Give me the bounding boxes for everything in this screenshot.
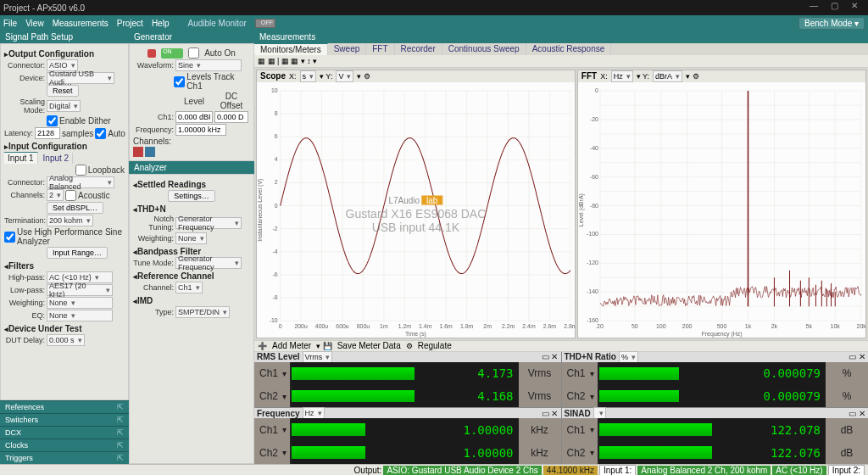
input2-tab[interactable]: Input 2 bbox=[40, 153, 74, 164]
ana-weight-select[interactable]: None bbox=[175, 232, 207, 244]
notch-select[interactable]: Generator Frequency bbox=[175, 217, 242, 229]
svg-text:Level (dBrA): Level (dBrA) bbox=[578, 193, 585, 226]
meter-ch-label: Ch1▾ bbox=[562, 418, 599, 441]
meter-unit-select[interactable]: Hz bbox=[303, 407, 325, 419]
acoustic-check[interactable] bbox=[65, 190, 76, 201]
svg-text:4: 4 bbox=[275, 156, 278, 162]
tab-recorder[interactable]: Recorder bbox=[395, 43, 442, 55]
svg-text:0: 0 bbox=[275, 202, 278, 208]
meter-unit: Vrms bbox=[519, 385, 561, 408]
ref-select[interactable]: Ch1 bbox=[175, 282, 203, 293]
meter-unit-select[interactable]: Vrms bbox=[303, 351, 333, 363]
meter-value: 1.00000 bbox=[426, 441, 519, 464]
menu-project[interactable]: Project bbox=[117, 19, 143, 28]
ch-icon[interactable] bbox=[133, 147, 143, 157]
acc-clocks[interactable]: Clocks bbox=[0, 439, 129, 451]
fft-yunit[interactable]: dBrA bbox=[653, 70, 682, 82]
ch1-level[interactable] bbox=[175, 111, 213, 123]
accordion: References Switchers DCX Clocks Triggers bbox=[0, 400, 129, 464]
meter-value: 1.00000 bbox=[426, 418, 519, 441]
acc-dcx[interactable]: DCX bbox=[0, 426, 129, 439]
termination-select[interactable]: 200 kohm bbox=[47, 215, 93, 226]
save-meter-button[interactable]: Save Meter Data bbox=[337, 341, 401, 350]
svg-text:Instantaneous Level (V): Instantaneous Level (V) bbox=[257, 178, 264, 241]
scope-xunit[interactable]: s bbox=[300, 70, 317, 82]
svg-text:-20: -20 bbox=[590, 116, 598, 122]
generator-header: Generator bbox=[129, 31, 254, 43]
svg-text:100: 100 bbox=[656, 323, 666, 329]
imd-select[interactable]: SMPTE/DIN bbox=[175, 306, 230, 318]
latency-input[interactable] bbox=[35, 127, 60, 139]
meter-ch-label: Ch2▾ bbox=[254, 441, 292, 464]
svg-text:-4: -4 bbox=[273, 248, 278, 254]
svg-text:Frequency (Hz): Frequency (Hz) bbox=[701, 331, 742, 338]
set-dbspl-button[interactable]: Set dBSPL… bbox=[47, 202, 103, 214]
menu-measurements[interactable]: Measurements bbox=[53, 19, 108, 28]
menu-help[interactable]: Help bbox=[152, 19, 170, 28]
regulate-button[interactable]: Regulate bbox=[418, 341, 452, 350]
tab-sweep[interactable]: Sweep bbox=[328, 43, 367, 55]
input1-tab[interactable]: Input 1 bbox=[4, 152, 38, 164]
svg-text:0: 0 bbox=[595, 87, 598, 93]
svg-text:-140: -140 bbox=[587, 288, 598, 294]
audible-toggle[interactable]: OFF bbox=[255, 19, 275, 28]
svg-text:-100: -100 bbox=[587, 231, 598, 237]
track-check[interactable] bbox=[174, 76, 185, 87]
dither-checkbox[interactable] bbox=[47, 115, 58, 126]
add-meter-button[interactable]: Add Meter bbox=[272, 341, 311, 350]
scope-yunit[interactable]: V bbox=[336, 70, 353, 82]
svg-text:400u: 400u bbox=[315, 323, 328, 329]
meter-thd-n-ratio: THD+N Ratio % ▭ ✕Ch1▾0.000079%Ch2▾0.0000… bbox=[562, 352, 869, 408]
tab-contsweep[interactable]: Continuous Sweep bbox=[442, 43, 526, 55]
lowpass-select[interactable]: AES17 (20 kHz) bbox=[47, 284, 113, 296]
tab-acoustic[interactable]: Acoustic Response bbox=[526, 43, 612, 55]
close-icon[interactable]: ✕ bbox=[844, 1, 865, 14]
svg-text:2: 2 bbox=[275, 179, 278, 185]
waveform-select[interactable]: Sine bbox=[175, 59, 242, 71]
settings-button[interactable]: Settings… bbox=[168, 190, 215, 202]
gen-toggle[interactable] bbox=[161, 48, 183, 59]
eq-select[interactable]: None bbox=[47, 310, 113, 321]
device-select[interactable]: Gustard USB Audi… bbox=[47, 72, 114, 84]
max-icon[interactable]: ▢ bbox=[824, 1, 844, 14]
min-icon[interactable]: — bbox=[804, 1, 824, 14]
meter-ch-label: Ch1▾ bbox=[254, 362, 292, 385]
svg-text:2.8m: 2.8m bbox=[564, 323, 575, 329]
dut-header[interactable]: ◂ Device Under Test bbox=[4, 324, 125, 333]
latency-auto[interactable] bbox=[95, 128, 106, 139]
freq-input[interactable] bbox=[175, 124, 226, 136]
svg-text:20k: 20k bbox=[856, 323, 865, 329]
gen-off-icon[interactable] bbox=[147, 49, 156, 58]
menu-file[interactable]: File bbox=[3, 19, 17, 28]
foot-rate: 44.1000 kHz bbox=[543, 466, 598, 475]
menu-view[interactable]: View bbox=[25, 19, 44, 28]
hp-analyzer-check[interactable] bbox=[4, 232, 15, 243]
ch1-dc[interactable] bbox=[214, 111, 248, 123]
meter-unit-select[interactable] bbox=[593, 407, 606, 419]
tab-fft[interactable]: FFT bbox=[366, 43, 394, 55]
dut-delay[interactable]: 0.000 s bbox=[47, 334, 85, 346]
output-config-header[interactable]: ▸ Output Configuration bbox=[4, 49, 125, 59]
meter-unit-select[interactable]: % bbox=[619, 351, 638, 363]
auto-on-check[interactable] bbox=[188, 48, 199, 59]
ch2-icon[interactable] bbox=[145, 147, 155, 157]
acc-references[interactable]: References bbox=[0, 400, 129, 413]
input-range-button[interactable]: Input Range… bbox=[47, 247, 108, 259]
filters-header[interactable]: ◂ Filters bbox=[4, 261, 125, 271]
weighting-select[interactable]: None bbox=[47, 297, 113, 309]
channels-select[interactable]: 2 bbox=[47, 189, 64, 201]
input-config-header[interactable]: ▸ Input Configuration bbox=[4, 142, 125, 151]
svg-text:-160: -160 bbox=[587, 317, 598, 323]
meter-ch-label: Ch2▾ bbox=[562, 441, 599, 464]
connector2-select[interactable]: Analog Balanced bbox=[47, 176, 114, 188]
measurements-header: Measurements bbox=[254, 31, 868, 43]
acc-switchers[interactable]: Switchers bbox=[0, 413, 129, 426]
meter-rms-level: RMS Level Vrms ▭ ✕Ch1▾4.173VrmsCh2▾4.168… bbox=[254, 352, 561, 408]
tune-select[interactable]: Generator Frequency bbox=[175, 257, 242, 269]
scaling-select[interactable]: Digital bbox=[47, 100, 81, 112]
reset-button[interactable]: Reset bbox=[47, 85, 79, 97]
tab-monitors[interactable]: Monitors/Meters bbox=[254, 43, 328, 55]
fft-xunit[interactable]: Hz bbox=[611, 70, 633, 82]
mode-select[interactable]: Bench Mode ▾ bbox=[798, 17, 865, 30]
acc-triggers[interactable]: Triggers bbox=[0, 451, 129, 464]
